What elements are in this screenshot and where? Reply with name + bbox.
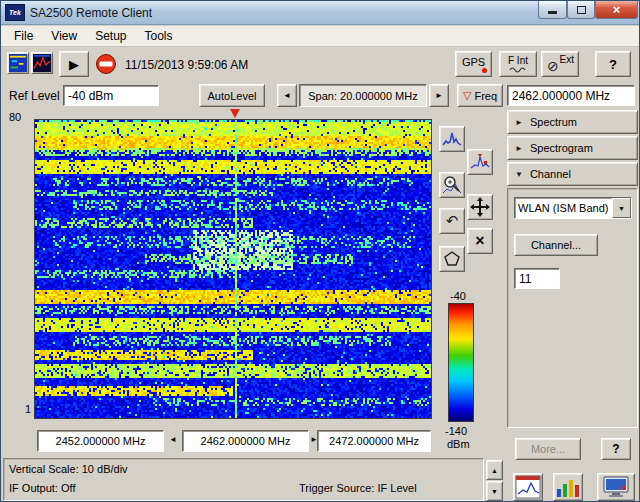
freq-label: Freq: [474, 90, 497, 102]
no-entry-icon: [95, 53, 117, 75]
clear-icon: ×: [475, 232, 484, 250]
freq-stop-box[interactable]: 2472.000000 MHz: [317, 430, 431, 452]
colorbar: [448, 303, 474, 422]
autolevel-label: AutoLevel: [208, 90, 257, 102]
trigger-source-status: Trigger Source: IF Level: [299, 482, 417, 494]
external-ref-button[interactable]: ⊘ Ext: [541, 51, 579, 77]
section-spectrogram[interactable]: ► Spectrogram: [507, 136, 638, 160]
help-icon: ?: [609, 57, 617, 72]
freq-start-box[interactable]: 2452.000000 MHz: [37, 430, 164, 452]
span-field[interactable]: Span: 20.000000 MHz: [299, 84, 427, 107]
mini-trace-icon: [33, 54, 51, 72]
minimize-icon: [548, 11, 557, 14]
span-increase-button[interactable]: ►: [429, 84, 449, 107]
freq-stop-value: 2472.000000 MHz: [329, 435, 419, 447]
trace-window-button[interactable]: [513, 473, 543, 501]
collapsed-triangle-icon: ►: [515, 144, 523, 153]
colorbar-unit-label: dBm: [447, 438, 470, 450]
monitor-button[interactable]: [597, 473, 635, 501]
section-spectrum[interactable]: ► Spectrum: [507, 110, 638, 134]
gps-button[interactable]: GPS: [455, 51, 492, 77]
right-arrow-icon: ►: [435, 91, 443, 100]
zoom-icon: [442, 175, 462, 195]
window-title: SA2500 Remote Client: [30, 6, 152, 20]
vertical-scale-status: Vertical Scale: 10 dB/div: [9, 463, 128, 475]
channel-input[interactable]: [514, 268, 560, 289]
span-decrease-button[interactable]: ◄: [277, 84, 297, 107]
no-symbol-icon: ⊘: [547, 58, 559, 74]
ext-label: Ext: [560, 54, 574, 65]
expanded-triangle-icon: ▼: [515, 170, 523, 179]
close-icon: ×: [613, 2, 621, 17]
spectrum-trace-icon: [442, 130, 462, 148]
center-freq-left-stepper[interactable]: ◄: [169, 435, 177, 444]
ref-level-input[interactable]: [63, 85, 159, 106]
gps-label: GPS: [462, 56, 485, 68]
menu-setup[interactable]: Setup: [86, 27, 135, 45]
colorbar-top-label: -40: [450, 290, 466, 302]
spectrum-markers-icon: [470, 153, 490, 171]
menu-file[interactable]: File: [5, 27, 42, 45]
levels-button[interactable]: [553, 473, 583, 501]
channel-button[interactable]: Channel...: [514, 234, 598, 256]
menu-view[interactable]: View: [42, 27, 86, 45]
freq-flag-icon: ▽: [463, 89, 471, 102]
more-label: More...: [531, 443, 565, 455]
colorbar-bottom-label: -140: [445, 425, 467, 437]
minimize-button[interactable]: [538, 1, 567, 19]
collapsed-triangle-icon: ►: [515, 118, 523, 127]
left-arrow-icon: ◄: [283, 91, 291, 100]
section-spectrum-label: Spectrum: [530, 116, 577, 128]
scroll-up-button[interactable]: ▲: [486, 460, 503, 480]
up-arrow-icon: ▲: [491, 467, 498, 474]
help-button[interactable]: ?: [595, 51, 631, 77]
freq-center-box[interactable]: 2462.000000 MHz: [182, 430, 309, 452]
section-channel-label: Channel: [530, 168, 571, 180]
maximize-icon: [577, 6, 586, 14]
monitor-icon: [602, 475, 630, 499]
sine-wave-icon: [509, 66, 527, 73]
freq-start-value: 2452.000000 MHz: [56, 435, 146, 447]
spectrogram-view-button[interactable]: [31, 52, 53, 74]
close-button[interactable]: ×: [595, 1, 638, 19]
zoom-button[interactable]: [439, 172, 465, 198]
ref-level-label: Ref Level: [9, 89, 60, 103]
spectrum-view-button[interactable]: [7, 52, 29, 74]
tek-logo-icon: Tek: [5, 4, 25, 21]
row-bottom-label: 1: [19, 403, 31, 415]
menu-tools[interactable]: Tools: [136, 27, 182, 45]
spectrogram-canvas[interactable]: [35, 120, 431, 418]
stop-button[interactable]: [95, 53, 117, 75]
spectrogram-display[interactable]: [34, 119, 432, 419]
undo-icon: ↶: [446, 212, 459, 230]
section-spectrogram-label: Spectrogram: [530, 142, 593, 154]
autolevel-button[interactable]: AutoLevel: [199, 84, 265, 107]
maximize-button[interactable]: [567, 1, 595, 19]
more-button[interactable]: More...: [515, 438, 581, 460]
spectrum-markers-button[interactable]: [467, 149, 493, 175]
channel-panel: [507, 188, 638, 428]
mini-spectrum-icon: [9, 54, 27, 72]
clear-button[interactable]: ×: [467, 228, 493, 254]
datetime-display: 11/15/2013 9:59:06 AM: [125, 58, 248, 72]
network-select-value: WLAN (ISM Band): [515, 198, 612, 218]
panel-help-button[interactable]: ?: [601, 438, 631, 460]
marker-strip: [34, 109, 432, 119]
span-value: Span: 20.000000 MHz: [308, 90, 417, 102]
freq-button[interactable]: ▽ Freq: [457, 84, 503, 107]
internal-ref-button[interactable]: F Int: [499, 51, 537, 77]
scroll-down-button[interactable]: ▼: [486, 481, 503, 501]
undo-button[interactable]: ↶: [439, 208, 465, 234]
spectrum-trace-button[interactable]: [439, 126, 465, 152]
marker-icon[interactable]: [230, 109, 240, 118]
pan-button[interactable]: [467, 194, 493, 220]
frequency-input[interactable]: [507, 85, 635, 106]
down-arrow-icon: ▼: [491, 488, 498, 495]
dropdown-button[interactable]: ▼: [612, 198, 631, 218]
network-select[interactable]: WLAN (ISM Band) ▼: [514, 197, 632, 219]
section-channel[interactable]: ▼ Channel: [507, 162, 638, 186]
mask-button[interactable]: [439, 246, 465, 272]
app-window: Tek SA2500 Remote Client × File View Set…: [0, 0, 640, 502]
if-output-status: IF Output: Off: [9, 482, 75, 494]
run-button[interactable]: ▶: [59, 51, 89, 77]
